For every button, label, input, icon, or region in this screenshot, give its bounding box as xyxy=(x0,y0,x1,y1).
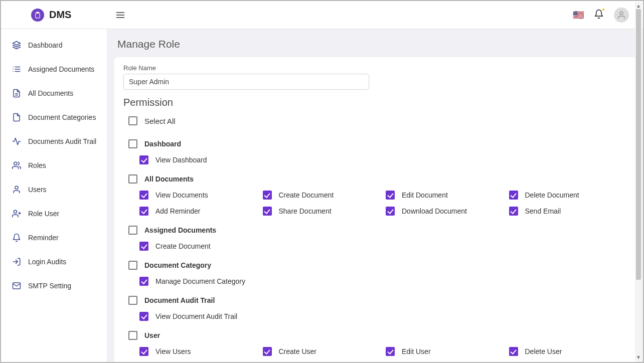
sidebar-item-label: Assigned Documents xyxy=(28,65,94,73)
perm-label: Edit Document xyxy=(402,191,448,199)
sidebar-item-label: Dashboard xyxy=(28,41,63,49)
language-flag-button[interactable]: 🇺🇸 xyxy=(573,11,584,20)
perm-item: View Users xyxy=(139,347,258,356)
perm-checkbox[interactable] xyxy=(263,191,272,200)
sidebar-item-all-documents[interactable]: All Documents xyxy=(1,81,107,105)
group-checkbox[interactable] xyxy=(128,296,137,305)
login-icon xyxy=(12,257,21,266)
sidebar-item-documents-audit-trail[interactable]: Documents Audit Trail xyxy=(1,129,107,153)
perm-checkbox[interactable] xyxy=(139,155,148,164)
group-checkbox[interactable] xyxy=(128,226,137,235)
perm-checkbox[interactable] xyxy=(386,191,395,200)
user-icon xyxy=(12,185,21,194)
perm-checkbox[interactable] xyxy=(509,207,518,216)
menu-toggle-button[interactable] xyxy=(110,5,130,25)
group-label: All Documents xyxy=(144,175,194,183)
page-scrollbar[interactable]: ▲ ▼ xyxy=(635,2,642,361)
file-blank-icon xyxy=(12,113,21,122)
sidebar-item-users[interactable]: Users xyxy=(1,177,107,202)
sidebar-item-login-audits[interactable]: Login Audits xyxy=(1,250,107,274)
role-name-input[interactable] xyxy=(123,74,369,90)
perm-label: View Dashboard xyxy=(155,156,207,164)
perm-item: Edit User xyxy=(386,347,504,356)
perm-group-document-audit-trail: Document Audit TrailView Document Audit … xyxy=(123,293,627,325)
page-title: Manage Role xyxy=(117,38,636,50)
scroll-down-arrow[interactable]: ▼ xyxy=(636,353,641,361)
select-all-checkbox[interactable] xyxy=(128,116,137,125)
perm-checkbox[interactable] xyxy=(139,312,148,321)
notifications-button[interactable] xyxy=(594,9,604,21)
brand-title: DMS xyxy=(49,9,71,21)
user-avatar-button[interactable] xyxy=(614,8,629,23)
sidebar-item-reminder[interactable]: Reminder xyxy=(1,226,107,250)
scroll-thumb[interactable] xyxy=(636,9,641,280)
group-label: Assigned Documents xyxy=(144,226,216,234)
perm-label: Add Reminder xyxy=(155,207,201,215)
perm-item: Delete Document xyxy=(509,191,627,200)
perm-item: Create Document xyxy=(139,242,258,251)
perm-checkbox[interactable] xyxy=(139,242,148,251)
perm-checkbox[interactable] xyxy=(509,191,518,200)
sidebar-item-role-user[interactable]: Role User xyxy=(1,202,107,226)
brand-logo-icon xyxy=(31,9,44,22)
sidebar-item-label: Login Audits xyxy=(28,258,66,266)
perm-label: Create Document xyxy=(279,191,334,199)
perm-item: Share Document xyxy=(263,207,381,216)
list-icon xyxy=(12,65,21,74)
perm-group-dashboard: DashboardView Dashboard xyxy=(123,136,627,168)
sidebar-item-dashboard[interactable]: Dashboard xyxy=(1,33,107,57)
mail-icon xyxy=(12,281,21,290)
group-checkbox[interactable] xyxy=(128,174,137,184)
perm-checkbox[interactable] xyxy=(139,191,148,200)
select-all-label: Select All xyxy=(144,117,176,125)
scroll-up-arrow[interactable]: ▲ xyxy=(636,2,641,10)
perm-item: Delete User xyxy=(509,347,627,356)
perm-checkbox[interactable] xyxy=(139,207,148,216)
sidebar-item-label: Document Categories xyxy=(28,113,96,121)
perm-checkbox[interactable] xyxy=(139,347,148,356)
perm-checkbox[interactable] xyxy=(386,347,395,356)
file-icon xyxy=(12,89,21,98)
perm-checkbox[interactable] xyxy=(263,347,272,356)
group-label: Document Audit Trail xyxy=(144,296,215,304)
sidebar-item-label: All Documents xyxy=(28,89,73,97)
perm-item: Send Email xyxy=(509,207,627,216)
app-header: DMS 🇺🇸 xyxy=(1,1,643,29)
layers-icon xyxy=(12,41,21,50)
perm-item: Create User xyxy=(263,347,381,356)
perm-checkbox[interactable] xyxy=(263,207,272,216)
sidebar-item-label: Users xyxy=(28,186,47,194)
perm-label: Send Email xyxy=(525,207,561,215)
activity-icon xyxy=(12,137,21,146)
perm-label: View Documents xyxy=(155,191,208,199)
sidebar-item-label: SMTP Setting xyxy=(28,282,71,290)
group-label: User xyxy=(144,331,160,339)
sidebar-item-assigned-documents[interactable]: Assigned Documents xyxy=(1,57,107,81)
group-checkbox[interactable] xyxy=(128,331,137,340)
sidebar-item-roles[interactable]: Roles xyxy=(1,153,107,177)
perm-label: Create User xyxy=(279,347,316,355)
bell-icon xyxy=(12,233,21,242)
role-name-label: Role Name xyxy=(123,64,627,72)
perm-item: View Document Audit Trail xyxy=(139,312,258,321)
group-label: Dashboard xyxy=(144,140,181,148)
group-checkbox[interactable] xyxy=(128,139,137,148)
brand: DMS xyxy=(1,9,110,22)
perm-checkbox[interactable] xyxy=(509,347,518,356)
perm-checkbox[interactable] xyxy=(386,207,395,216)
sidebar: DashboardAssigned DocumentsAll Documents… xyxy=(1,29,107,362)
perm-item: View Dashboard xyxy=(139,155,258,164)
perm-label: Delete Document xyxy=(525,191,579,199)
sidebar-item-label: Role User xyxy=(28,210,59,218)
sidebar-item-smtp-setting[interactable]: SMTP Setting xyxy=(1,274,107,298)
perm-group-document-category: Document CategoryManage Document Categor… xyxy=(123,258,627,290)
notification-dot xyxy=(602,8,605,11)
perm-group-assigned-documents: Assigned DocumentsCreate Document xyxy=(123,223,627,255)
perm-item: Edit Document xyxy=(386,191,504,200)
perm-checkbox[interactable] xyxy=(139,277,148,286)
sidebar-item-document-categories[interactable]: Document Categories xyxy=(1,105,107,129)
users-icon xyxy=(12,161,21,170)
group-checkbox[interactable] xyxy=(128,261,137,270)
menu-icon xyxy=(115,10,125,20)
perm-item: Create Document xyxy=(263,191,381,200)
